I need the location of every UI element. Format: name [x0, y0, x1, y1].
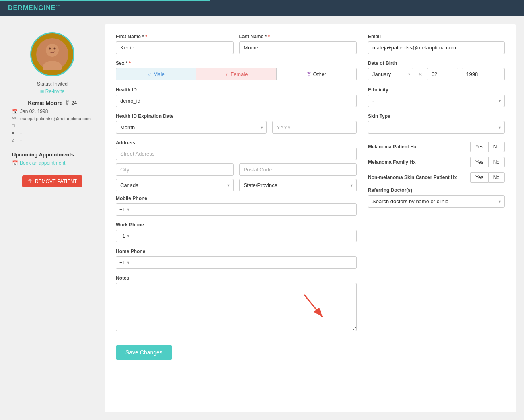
country-select[interactable]: Canada United States Other [116, 179, 234, 191]
melanoma-patient-yes-button[interactable]: Yes [470, 142, 488, 152]
mobile-phone-group: Mobile Phone +1 ▼ [116, 196, 357, 216]
postal-input[interactable] [239, 163, 357, 176]
notes-textarea[interactable] [116, 283, 357, 331]
street-input[interactable] [116, 148, 357, 160]
email-label: Email [368, 34, 505, 39]
sex-other-label: Other [313, 71, 327, 77]
home-phone-label: Home Phone [116, 249, 357, 254]
work-phone-group: Work Phone +1 ▼ [116, 222, 357, 242]
non-melanoma-yn: Yes No [470, 172, 505, 183]
address-group: Address Canada United States Other [116, 140, 357, 191]
home-phone-group: Home Phone +1 ▼ [116, 249, 357, 269]
sex-male-label: Male [153, 71, 164, 77]
dob-label: Date of Birth [368, 60, 505, 66]
work-phone-input[interactable] [134, 230, 356, 242]
state-wrapper: State/Province Alberta British Columbia … [239, 179, 357, 191]
mobile-phone-row: +1 ▼ [116, 203, 357, 216]
exp-month-select[interactable]: Month JanuaryFebruaryMarch AprilMayJune … [116, 121, 267, 134]
mobile-icon: ■ [12, 130, 18, 135]
notes-group: Notes [116, 275, 357, 332]
status-text: Status: Invited [37, 81, 68, 87]
work-prefix[interactable]: +1 ▼ [116, 230, 134, 242]
non-melanoma-no-button[interactable]: No [488, 172, 505, 183]
reinvite-label: Re-invite [45, 89, 64, 94]
main-container: Status: Invited ✉ Re-invite Kerrie Moore… [0, 16, 524, 420]
melanoma-family-yes-button[interactable]: Yes [470, 157, 488, 167]
calendar-icon: 📅 [12, 109, 18, 114]
reinvite-icon: ✉ [40, 89, 44, 94]
sex-female-label: Female [230, 71, 248, 77]
dob-clear-button[interactable]: ✕ [417, 72, 424, 77]
male-icon: ♂ [148, 71, 152, 77]
sex-label: Sex * [116, 60, 357, 66]
skin-type-wrapper: - Type I Type II Type III Type IV Type V… [368, 121, 505, 134]
work-phone-row: +1 ▼ [116, 230, 357, 242]
patient-name: Kerrie Moore ⚧ 24 [28, 100, 77, 106]
ethnicity-select[interactable]: - Caucasian African Asian Hispanic Other [368, 95, 505, 107]
book-icon: 📅 [12, 160, 18, 166]
health-id-group: Health ID [116, 87, 357, 107]
female-icon: ♀ [224, 71, 228, 77]
sex-female-option[interactable]: ♀ Female [196, 68, 276, 80]
reinvite-link[interactable]: ✉ Re-invite [40, 89, 64, 94]
state-select[interactable]: State/Province Alberta British Columbia … [239, 179, 357, 191]
ethnicity-wrapper: - Caucasian African Asian Hispanic Other [368, 95, 505, 107]
trash-icon: 🗑 [28, 179, 33, 184]
skin-type-select[interactable]: - Type I Type II Type III Type IV Type V… [368, 121, 505, 134]
book-appointment-link[interactable]: 📅 Book an appointment [12, 160, 92, 166]
melanoma-patient-no-button[interactable]: No [488, 142, 505, 152]
first-name-input[interactable] [116, 41, 234, 54]
first-name-label: First Name * [116, 34, 234, 39]
melanoma-patient-label: Melanoma Patient Hx [368, 144, 417, 150]
dob-group: Date of Birth January FebruaryMarchApril… [368, 60, 505, 80]
remove-patient-button[interactable]: 🗑 REMOVE PATIENT [22, 175, 82, 187]
sex-options: ♂ Male ♀ Female ⚧ Other [116, 68, 357, 80]
form-container: First Name * Last Name * Sex * ♂ Male [105, 24, 516, 412]
skin-type-label: Skin Type [368, 113, 505, 119]
upcoming-title: Upcoming Appointments [12, 152, 92, 158]
last-name-input[interactable] [239, 41, 357, 54]
melanoma-patient-yn: Yes No [470, 142, 505, 152]
home-phone-row: +1 ▼ [116, 256, 357, 269]
email-icon: ✉ [12, 116, 18, 121]
info-mobile: ■ - [8, 130, 97, 136]
logo-engine: ENGINE [29, 5, 55, 12]
sex-male-option[interactable]: ♂ Male [116, 68, 196, 80]
home-phone-input[interactable] [134, 257, 356, 268]
work-phone-label: Work Phone [116, 222, 357, 228]
save-button[interactable]: Save Changes [116, 345, 172, 360]
city-input[interactable] [116, 163, 234, 176]
first-name-group: First Name * [116, 34, 234, 54]
mobile-phone-input[interactable] [134, 204, 356, 215]
dob-month-select[interactable]: January FebruaryMarchApril MayJuneJuly A… [368, 68, 413, 80]
dob-day-input[interactable] [427, 68, 458, 80]
info-email: ✉ mateja+patientss@metaoptima.com [8, 116, 97, 121]
sex-group: Sex * ♂ Male ♀ Female ⚧ Other [116, 60, 357, 80]
sex-other-option[interactable]: ⚧ Other [277, 68, 356, 80]
address-icon: ⌂ [12, 138, 18, 142]
melanoma-patient-row: Melanoma Patient Hx Yes No [368, 142, 505, 152]
non-melanoma-yes-button[interactable]: Yes [470, 172, 488, 183]
email-input[interactable] [368, 41, 505, 54]
referring-doctors-wrapper: Search doctors by name or clinic [368, 195, 505, 208]
health-id-input[interactable] [116, 95, 357, 107]
mobile-prefix[interactable]: +1 ▼ [116, 204, 134, 215]
last-name-label: Last Name * [239, 34, 357, 39]
non-melanoma-row: Non-melanoma Skin Cancer Patient Hx Yes … [368, 172, 505, 183]
svg-point-1 [46, 44, 59, 57]
health-id-exp-group: Health ID Expiration Date Month JanuaryF… [116, 113, 357, 134]
header: DERMENGINE™ [0, 0, 524, 16]
ethnicity-group: Ethnicity - Caucasian African Asian Hisp… [368, 87, 505, 107]
melanoma-family-no-button[interactable]: No [488, 157, 505, 167]
info-dob: 📅 Jan 02, 1998 [8, 109, 97, 114]
mobile-phone-label: Mobile Phone [116, 196, 357, 201]
exp-month-wrapper: Month JanuaryFebruaryMarch AprilMayJune … [116, 121, 267, 134]
country-wrapper: Canada United States Other [116, 179, 234, 191]
referring-doctors-select[interactable]: Search doctors by name or clinic [368, 195, 505, 208]
dob-year-input[interactable] [462, 68, 505, 80]
home-prefix[interactable]: +1 ▼ [116, 257, 134, 268]
exp-year-input[interactable] [272, 121, 357, 134]
melanoma-family-row: Melanoma Family Hx Yes No [368, 157, 505, 167]
notes-wrapper [116, 283, 357, 332]
melanoma-family-yn: Yes No [470, 157, 505, 167]
